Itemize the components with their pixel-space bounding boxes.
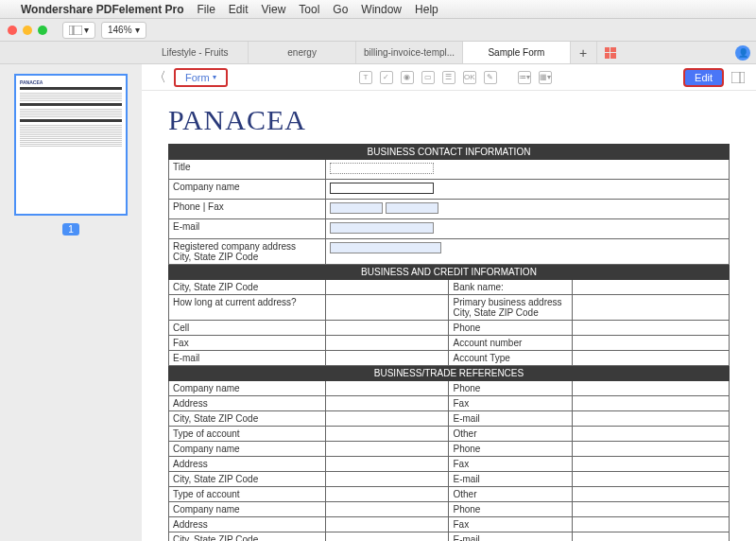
label-reg-addr: Registered company addressCity, State ZI… bbox=[169, 239, 326, 265]
label-bank: Bank name: bbox=[449, 280, 572, 295]
label-s3-company-3: Company name bbox=[169, 502, 326, 517]
zoom-value: 146% bbox=[108, 25, 132, 35]
label-howlong: How long at current address? bbox=[169, 295, 326, 321]
label-s3-addr-2: Address bbox=[169, 457, 326, 472]
label-s3-other-1: Other bbox=[449, 427, 572, 442]
minimize-icon[interactable] bbox=[23, 26, 32, 35]
menu-view[interactable]: View bbox=[262, 3, 286, 16]
edit-button[interactable]: Edit bbox=[683, 68, 724, 87]
button-icon[interactable]: OK bbox=[463, 71, 476, 84]
label-s3-phone-3: Phone bbox=[449, 502, 572, 517]
label-s2-fax: Fax bbox=[169, 336, 326, 351]
label-s3-fax-2: Fax bbox=[449, 457, 572, 472]
radio-icon[interactable]: ◉ bbox=[401, 71, 414, 84]
signature-icon[interactable]: ✎ bbox=[484, 71, 497, 84]
label-s3-email-1: E-mail bbox=[449, 411, 572, 427]
label-s2-phone: Phone bbox=[449, 321, 572, 336]
align-icon[interactable]: ≔▾ bbox=[518, 71, 531, 84]
input-title[interactable] bbox=[330, 163, 434, 174]
section2-header: BUSINESS AND CREDIT INFORMATION bbox=[169, 265, 730, 280]
label-primary-addr: Primary business addressCity, State ZIP … bbox=[449, 295, 572, 321]
menu-help[interactable]: Help bbox=[415, 3, 438, 16]
label-s3-phone-2: Phone bbox=[449, 442, 572, 457]
label-cell: Cell bbox=[169, 321, 326, 336]
label-s3-addr-1: Address bbox=[169, 396, 326, 411]
label-email: E-mail bbox=[169, 219, 326, 239]
input-email[interactable] bbox=[330, 222, 434, 234]
label-s3-other-2: Other bbox=[449, 487, 572, 502]
label-s3-type-1: Type of account bbox=[169, 427, 326, 442]
input-phone[interactable] bbox=[330, 202, 383, 214]
maximize-icon[interactable] bbox=[38, 26, 47, 35]
svg-rect-0 bbox=[69, 26, 73, 35]
input-company-name[interactable] bbox=[330, 183, 434, 194]
combo-icon[interactable]: ▭ bbox=[421, 71, 435, 84]
svg-rect-2 bbox=[731, 72, 745, 83]
text-field-icon[interactable]: T bbox=[359, 71, 372, 84]
listbox-icon[interactable]: ☰ bbox=[442, 71, 455, 84]
input-reg-addr[interactable] bbox=[330, 242, 441, 253]
label-s3-email-3: E-mail bbox=[449, 532, 572, 542]
menu-window[interactable]: Window bbox=[361, 3, 402, 16]
label-phonefax: Phone | Fax bbox=[169, 200, 326, 219]
label-s3-city-1: City, State ZIP Code bbox=[169, 411, 326, 427]
user-avatar[interactable]: 👤 bbox=[730, 42, 756, 63]
form-table: BUSINESS CONTACT INFORMATION Title Compa… bbox=[168, 144, 730, 541]
window-toolbar: ▾ 146%▾ bbox=[0, 19, 756, 42]
layout-icon bbox=[69, 26, 82, 35]
tab-lifestyle[interactable]: Lifestyle - Fruits bbox=[142, 42, 249, 63]
menu-go[interactable]: Go bbox=[333, 3, 348, 16]
section3-header: BUSINESS/TRADE REFERENCES bbox=[169, 366, 730, 381]
tab-energy[interactable]: energy bbox=[249, 42, 355, 63]
label-s3-phone-1: Phone bbox=[449, 381, 572, 396]
label-acct-type: Account Type bbox=[449, 351, 572, 366]
label-s3-type-2: Type of account bbox=[169, 487, 326, 502]
input-fax[interactable] bbox=[386, 202, 438, 214]
thumbnail-sidebar: PANACEA 1 bbox=[0, 64, 142, 541]
svg-rect-1 bbox=[74, 26, 82, 35]
back-button[interactable]: 〈 bbox=[153, 69, 166, 86]
label-s3-addr-3: Address bbox=[169, 517, 326, 532]
tab-sample-form[interactable]: Sample Form bbox=[463, 42, 570, 63]
page-number-badge: 1 bbox=[62, 223, 79, 236]
label-acct-num: Account number bbox=[449, 336, 572, 351]
menu-tool[interactable]: Tool bbox=[299, 3, 319, 16]
label-s3-city-2: City, State ZIP Code bbox=[169, 472, 326, 487]
doc-heading: PANACEA bbox=[168, 104, 730, 136]
label-s3-company-1: Company name bbox=[169, 381, 326, 396]
close-icon[interactable] bbox=[8, 26, 17, 35]
label-s3-email-2: E-mail bbox=[449, 472, 572, 487]
menu-file[interactable]: File bbox=[198, 3, 215, 16]
menu-edit[interactable]: Edit bbox=[229, 3, 249, 16]
label-s3-fax-1: Fax bbox=[449, 396, 572, 411]
label-s3-fax-3: Fax bbox=[449, 517, 572, 532]
label-company: Company name bbox=[169, 180, 326, 200]
app-grid-icon[interactable] bbox=[597, 42, 624, 63]
macos-menubar: Wondershare PDFelement Pro File Edit Vie… bbox=[0, 0, 756, 19]
label-s2-city: City, State ZIP Code bbox=[169, 280, 326, 295]
label-s3-city-3: City, State ZIP Code bbox=[169, 532, 326, 542]
label-s2-email: E-mail bbox=[169, 351, 326, 366]
form-dropdown-button[interactable]: Form▾ bbox=[174, 68, 228, 87]
panel-toggle-icon[interactable] bbox=[731, 71, 745, 84]
document-page: PANACEA BUSINESS CONTACT INFORMATION Tit… bbox=[142, 91, 756, 541]
label-s3-company-2: Company name bbox=[169, 442, 326, 457]
new-tab-button[interactable]: + bbox=[571, 42, 597, 63]
document-toolbar: 〈 Form▾ T ✓ ◉ ▭ ☰ OK ✎ ≔▾ ▦▾ Edit bbox=[142, 64, 756, 91]
window-controls bbox=[8, 26, 47, 35]
section1-header: BUSINESS CONTACT INFORMATION bbox=[169, 145, 730, 160]
more-tools-icon[interactable]: ▦▾ bbox=[539, 71, 552, 84]
document-tabs: Lifestyle - Fruits energy billing-invoic… bbox=[0, 42, 756, 64]
label-title: Title bbox=[169, 160, 326, 180]
app-title: Wondershare PDFelement Pro bbox=[21, 3, 184, 16]
checkbox-icon[interactable]: ✓ bbox=[380, 71, 393, 84]
tab-billing[interactable]: billing-invoice-templ... bbox=[356, 42, 463, 63]
view-layout-button[interactable]: ▾ bbox=[62, 22, 95, 39]
page-thumbnail-1[interactable]: PANACEA bbox=[14, 74, 128, 216]
zoom-selector[interactable]: 146%▾ bbox=[101, 22, 146, 39]
